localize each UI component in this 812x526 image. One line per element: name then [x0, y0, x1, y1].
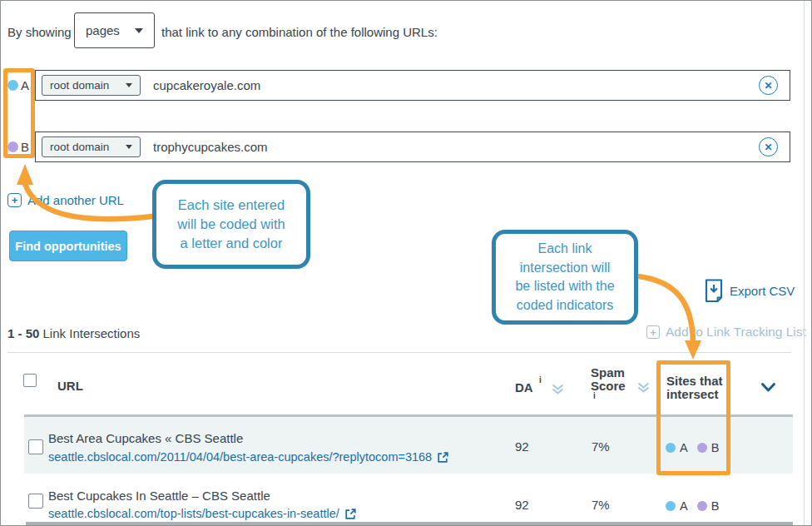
da-info-icon[interactable]: i: [539, 375, 542, 385]
url-type-select-b[interactable]: root domain: [42, 136, 141, 157]
row-2-sites-cell: A B: [666, 499, 724, 513]
results-count: 1 - 50 Link Intersections: [7, 326, 140, 340]
url-input-b[interactable]: root domain trophycupcakes.com ✕: [35, 132, 790, 162]
sites-header-line1: Sites that: [666, 375, 723, 388]
callout-line: Each link: [496, 240, 634, 259]
results-range: 1 - 50: [7, 326, 39, 340]
url-type-value-a: root domain: [50, 79, 109, 92]
row-1-da-value: 92: [515, 439, 529, 454]
close-icon: ✕: [764, 80, 772, 92]
spam-header-line1: Spam: [591, 366, 626, 380]
external-link-icon: [437, 451, 449, 464]
spam-header-line2: Score: [591, 380, 626, 393]
row-2-checkbox[interactable]: [28, 494, 43, 509]
export-csv-link[interactable]: Export CSV: [705, 279, 795, 303]
site-a-dot: [666, 443, 676, 453]
plus-icon: +: [646, 325, 660, 339]
row-1-checkbox[interactable]: [28, 439, 43, 454]
spam-sort-icon[interactable]: [636, 381, 651, 394]
column-header-spam-score: Spam Score: [591, 366, 626, 392]
spam-info-icon[interactable]: i: [593, 391, 596, 400]
row-2-spam-value: 7%: [592, 498, 610, 512]
row-2-da-value: 92: [515, 498, 529, 512]
site-indicator: A: [680, 499, 688, 513]
row-1-url-text: seattle.cbslocal.com/2011/04/04/best-are…: [48, 450, 432, 464]
external-link-icon: [344, 508, 357, 520]
url-type-value-b: root domain: [50, 141, 109, 153]
close-icon: ✕: [764, 141, 772, 153]
column-options-chevron-icon[interactable]: [760, 382, 776, 393]
next-row-divider: [26, 522, 793, 525]
url-value-b[interactable]: trophycupcakes.com: [153, 140, 268, 154]
add-to-link-tracking-list-link[interactable]: + Add to Link Tracking List: [646, 325, 806, 340]
column-header-da: DA: [515, 381, 533, 394]
site-b-letter: B: [21, 140, 29, 154]
column-header-sites-intersect: Sites that intersect: [666, 375, 723, 400]
remove-url-a-button[interactable]: ✕: [759, 76, 778, 95]
export-csv-label: Export CSV: [730, 284, 795, 298]
chevron-down-icon: [135, 28, 143, 33]
site-a-dot: [666, 501, 676, 511]
row-2-url-text: seattle.cbslocal.com/top-lists/best-cupc…: [48, 507, 339, 520]
callout-line: Each site entered: [156, 196, 306, 215]
site-b-dot: [7, 141, 18, 152]
add-another-url-link[interactable]: + Add another URL: [7, 193, 124, 207]
chevron-down-icon: [126, 145, 132, 149]
site-b-dot: [697, 501, 707, 511]
row-1-title: Best Area Cupcakes « CBS Seattle: [48, 431, 243, 445]
filter-suffix-label: that link to any combination of the foll…: [161, 25, 438, 39]
callout-line: be listed with the: [496, 277, 634, 296]
add-another-url-label: Add another URL: [27, 193, 124, 207]
site-b-dot: [697, 443, 707, 453]
find-opportunities-label: Find opportunities: [15, 240, 121, 253]
row-1-sites-cell: A B: [666, 441, 724, 454]
callout-line: coded indicators: [496, 296, 634, 315]
export-file-icon: [705, 279, 723, 303]
column-header-url: URL: [57, 380, 83, 393]
url-input-a[interactable]: root domain cupcakeroyale.com ✕: [35, 70, 790, 101]
plus-icon: +: [7, 193, 22, 207]
results-divider: [7, 352, 791, 353]
find-opportunities-button[interactable]: Find opportunities: [9, 231, 127, 261]
callout-site-coding: Each site entered will be coded with a l…: [152, 180, 310, 269]
page-right-border: [804, 1, 805, 526]
row-2-url-link[interactable]: seattle.cbslocal.com/top-lists/best-cupc…: [48, 507, 357, 520]
url-type-select-a[interactable]: root domain: [42, 75, 141, 96]
row-1-spam-value: 7%: [592, 439, 610, 454]
results-label: Link Intersections: [43, 326, 141, 340]
remove-url-b-button[interactable]: ✕: [759, 137, 778, 156]
result-type-value: pages: [86, 23, 120, 37]
callout-line: will be coded with: [156, 215, 306, 234]
row-1-url-link[interactable]: seattle.cbslocal.com/2011/04/04/best-are…: [48, 450, 449, 464]
link-intersect-page: By showing pages that link to any combin…: [0, 0, 812, 526]
callout-line: intersection will: [496, 259, 634, 278]
site-indicator: A: [680, 441, 688, 454]
callout-line: a letter and color: [156, 234, 306, 253]
site-a-dot: [7, 80, 18, 91]
row-2-title: Best Cupcakes In Seattle – CBS Seattle: [48, 489, 270, 503]
site-a-letter: A: [21, 78, 29, 92]
chevron-down-icon: [126, 83, 132, 87]
sites-header-line2: intersect: [666, 388, 723, 401]
site-indicator: B: [711, 499, 720, 513]
url-value-a[interactable]: cupcakeroyale.com: [153, 78, 260, 92]
filter-prefix-label: By showing: [7, 25, 72, 39]
select-all-checkbox[interactable]: [23, 374, 37, 387]
site-indicator: B: [711, 441, 720, 454]
callout-intersection-coding: Each link intersection will be listed wi…: [492, 230, 638, 325]
add-to-tracking-label: Add to Link Tracking List: [666, 325, 806, 340]
da-sort-icon[interactable]: [551, 383, 565, 395]
result-type-select[interactable]: pages: [74, 12, 155, 48]
